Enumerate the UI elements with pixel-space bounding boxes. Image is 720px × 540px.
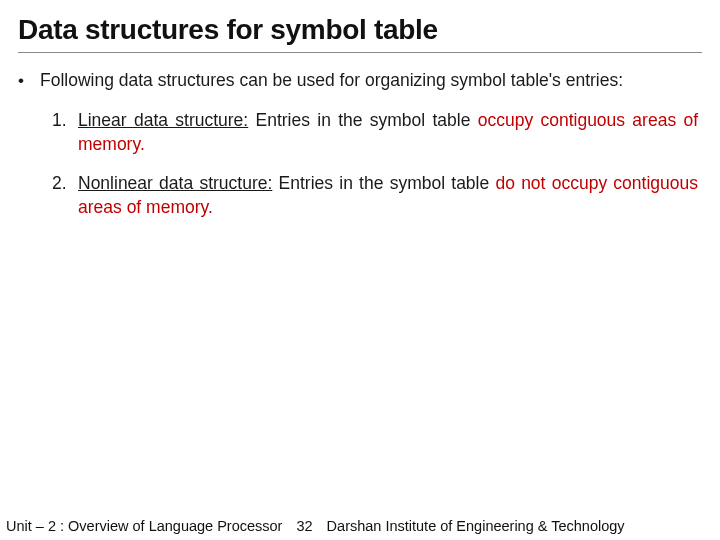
bullet-text: Following data structures can be used fo…: [40, 69, 698, 93]
item-number: 2.: [52, 172, 78, 219]
item-rest-before: Entries in the symbol table: [272, 173, 495, 193]
item-text: Linear data structure: Entries in the sy…: [78, 109, 698, 156]
item-label: Nonlinear data structure:: [78, 173, 272, 193]
list-item: 2. Nonlinear data structure: Entries in …: [52, 172, 702, 219]
footer-right: Darshan Institute of Engineering & Techn…: [327, 518, 712, 534]
item-number: 1.: [52, 109, 78, 156]
numbered-list: 1. Linear data structure: Entries in the…: [18, 109, 702, 220]
slide-body: • Following data structures can be used …: [18, 69, 702, 219]
slide-title: Data structures for symbol table: [18, 14, 702, 53]
slide: Data structures for symbol table • Follo…: [0, 0, 720, 540]
bullet-item: • Following data structures can be used …: [18, 69, 702, 93]
footer-page-number: 32: [282, 518, 326, 534]
item-label: Linear data structure:: [78, 110, 248, 130]
footer-left: Unit – 2 : Overview of Language Processo…: [6, 518, 282, 534]
list-item: 1. Linear data structure: Entries in the…: [52, 109, 702, 156]
footer: Unit – 2 : Overview of Language Processo…: [0, 512, 720, 540]
bullet-dot-icon: •: [18, 69, 40, 93]
item-text: Nonlinear data structure: Entries in the…: [78, 172, 698, 219]
item-rest-before: Entries in the symbol table: [248, 110, 477, 130]
